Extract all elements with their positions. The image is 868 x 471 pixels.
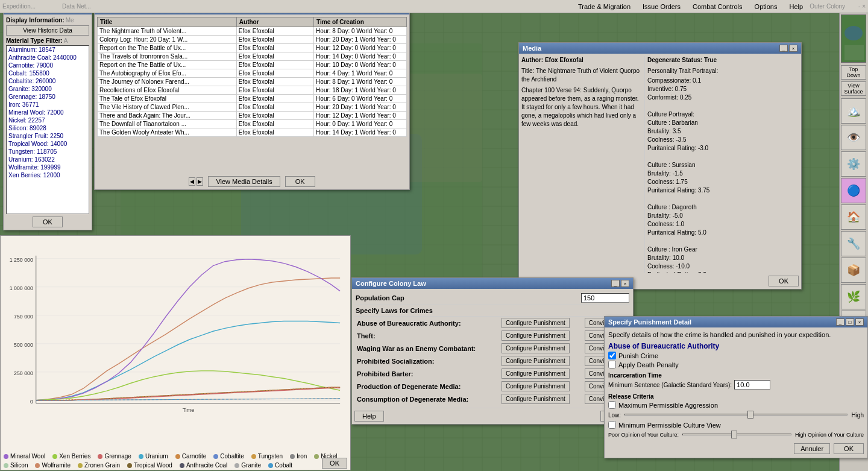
material-nickel: Nickel: 22257: [7, 116, 89, 124]
scroll-left[interactable]: ◀: [189, 177, 195, 186]
culture-portrayal-label: Culture Portrayal:: [647, 110, 799, 119]
compassionate: Compassionate: 0.1: [647, 77, 799, 85]
law-row-consumption: Consumption of Degenerate Media: Configu…: [354, 393, 631, 405]
media-ok-btn[interactable]: OK: [769, 276, 799, 286]
map-thumbnail: [841, 14, 866, 63]
expedition-ok-btn[interactable]: OK: [33, 217, 63, 227]
data-table-container[interactable]: Title Author Time of Creation The Nightm…: [97, 17, 407, 174]
pop-cap-input[interactable]: [581, 293, 629, 303]
media-popup-minimize[interactable]: _: [779, 45, 788, 52]
table-cell-author: Efox Efoxofal: [236, 27, 313, 36]
view-historic-btn[interactable]: View Historic Data: [6, 25, 89, 36]
table-cell-author: Efox Efoxofal: [236, 103, 313, 112]
table-cell-time: Hour: 12 Day: 1 World Year: 0: [314, 112, 407, 120]
configure-punishment-bureaucratic[interactable]: Configure Punishment: [502, 318, 570, 328]
configure-punishment-consumption[interactable]: Configure Punishment: [502, 394, 570, 404]
sidebar-icon-4[interactable]: 🔵: [841, 178, 866, 203]
table-row[interactable]: The Tale of Efox EfoxofalEfox EfoxofalHo…: [98, 95, 407, 103]
svg-text:250 000: 250 000: [14, 370, 33, 376]
sidebar-icon-3[interactable]: ⚙️: [841, 151, 866, 177]
configure-punishment-barter[interactable]: Configure Punishment: [502, 368, 570, 379]
media-title-text: Title: The Nightmare Truth of Violent Qu…: [521, 67, 642, 84]
menu-issue-orders[interactable]: Issue Orders: [637, 1, 686, 12]
menu-options[interactable]: Options: [749, 1, 783, 12]
table-row[interactable]: The Travels of Itronronron Sala...Efox E…: [98, 52, 407, 61]
legend-cobaltite: Cobaltite: [213, 453, 244, 460]
sidebar-icon-6[interactable]: 🔧: [841, 231, 866, 256]
table-cell-time: Hour: 6 Day: 0 World Year: 0: [314, 95, 407, 103]
menu-help[interactable]: Help: [784, 1, 809, 12]
sidebar-icon-1[interactable]: 🏔️: [841, 98, 866, 124]
table-cell-time: Hour: 8 Day: 1 World Year: 0: [314, 78, 407, 86]
menu-combat[interactable]: Combat Controls: [687, 1, 748, 12]
table-row[interactable]: Recollections of Efox EfoxofalEfox Efoxo…: [98, 86, 407, 95]
table-cell-time: Hour: 14 Day: 0 World Year: 0: [314, 52, 407, 61]
max-aggression-checkbox[interactable]: [608, 401, 616, 409]
sidebar-icon-7[interactable]: 📦: [841, 258, 866, 283]
conformist: Conformist: 0.25: [647, 93, 799, 102]
col-time: Time of Creation: [314, 17, 407, 27]
table-row[interactable]: Colony Log: Hour: 20 Day: 1 W...Efox Efo…: [98, 36, 407, 44]
brutality-3: Brutality: -5.0: [647, 212, 799, 220]
punishment-close[interactable]: ×: [855, 318, 864, 326]
aggression-slider-track[interactable]: [624, 410, 848, 420]
death-penalty-checkbox[interactable]: [608, 361, 616, 368]
media-description: Chapter 100 Verse 94: Suddenly, Quorpo a…: [521, 86, 642, 128]
menu-trade[interactable]: Trade & Migration: [573, 1, 636, 12]
table-row[interactable]: Report on the The Battle of Ux...Efox Ef…: [98, 61, 407, 69]
law-row-barter: Prohibited Barter: Configure Punishment …: [354, 367, 631, 380]
coolness-3: Coolness: 1.0: [647, 220, 799, 229]
view-surface-btn[interactable]: View Surface: [841, 81, 866, 96]
table-row[interactable]: There and Back Again: The Jour...Efox Ef…: [98, 112, 407, 120]
colony-law-help-btn[interactable]: Help: [354, 411, 384, 422]
media-popup-close[interactable]: ×: [789, 45, 797, 52]
colony-law-title-bar: Configure Colony Law _ ×: [352, 278, 633, 289]
sidebar-icon-5[interactable]: 🏠: [841, 204, 866, 230]
svg-text:750 000: 750 000: [14, 314, 33, 320]
material-list[interactable]: Aluminum: 18547 Anthracite Coal: 2440000…: [6, 45, 89, 214]
table-row[interactable]: The Vile History of Clawed Plen...Efox E…: [98, 103, 407, 112]
sidebar-icon-8[interactable]: 🌿: [841, 284, 866, 309]
table-row[interactable]: The Journey of Nolonex Farend...Efox Efo…: [98, 78, 407, 86]
culture-slider-row: Poor Opinion of Your Culture: High Opini…: [608, 430, 864, 440]
specify-laws-label: Specify Laws for Crimes: [356, 307, 433, 314]
table-row[interactable]: The Downfall of Tiaanortaloon ...Efox Ef…: [98, 120, 407, 128]
punish-crime-checkbox[interactable]: [608, 352, 616, 359]
legend-mineral-wool: Mineral Wool: [4, 453, 45, 460]
puritanical-2: Puritanical Rating: 3.75: [647, 186, 799, 195]
data-net-ok-btn[interactable]: OK: [285, 176, 315, 187]
media-left-panel: Author: Efox Efoxofal Title: The Nightma…: [521, 56, 642, 273]
min-sentence-input[interactable]: [734, 380, 770, 390]
table-cell-title: Report on the The Battle of Ux...: [98, 44, 237, 52]
configure-punishment-war[interactable]: Configure Punishment: [502, 343, 570, 353]
aggression-slider-thumb[interactable]: [747, 411, 753, 419]
svg-text:0: 0: [30, 399, 33, 405]
scroll-right[interactable]: ▶: [197, 177, 203, 186]
culture-slider-track[interactable]: [682, 430, 791, 440]
punishment-minimize[interactable]: _: [836, 318, 844, 326]
culture-slider-thumb[interactable]: [731, 431, 737, 438]
svg-text:500 000: 500 000: [14, 342, 33, 348]
punishment-ok-btn[interactable]: OK: [834, 443, 864, 454]
culture-view-right-label: High Opinion of Your Culture: [795, 432, 864, 438]
table-row[interactable]: The Golden Wooly Anteater Wh...Efox Efox…: [98, 128, 407, 137]
table-cell-author: Efox Efoxofal: [236, 44, 313, 52]
puritanical-1: Puritanical Rating: -3.0: [647, 144, 799, 153]
chart-ok-btn[interactable]: OK: [322, 458, 347, 469]
punishment-annuler-btn[interactable]: Annuler: [794, 443, 830, 454]
configure-punishment-production[interactable]: Configure Punishment: [502, 381, 570, 391]
colony-law-minimize[interactable]: _: [611, 280, 620, 287]
table-row[interactable]: The Nightmare Truth of Violent...Efox Ef…: [98, 27, 407, 36]
law-row-war: Waging War as an Enemy Combatant: Config…: [354, 342, 631, 355]
view-media-details-btn[interactable]: View Media Details: [208, 176, 280, 187]
table-row[interactable]: Report on the The Battle of Ux...Efox Ef…: [98, 44, 407, 52]
colony-law-close[interactable]: ×: [621, 280, 629, 287]
law-row-theft: Theft: Configure Punishment Convict Pe: [354, 329, 631, 342]
punishment-maximize[interactable]: □: [846, 318, 854, 326]
configure-punishment-theft[interactable]: Configure Punishment: [502, 330, 570, 341]
top-down-btn[interactable]: Top Down: [841, 65, 866, 80]
table-row[interactable]: The Autobiography of Efox Efo...Efox Efo…: [98, 69, 407, 78]
configure-punishment-social[interactable]: Configure Punishment: [502, 356, 570, 366]
sidebar-icon-2[interactable]: 👁️: [841, 125, 866, 150]
min-culture-checkbox[interactable]: [608, 421, 616, 429]
